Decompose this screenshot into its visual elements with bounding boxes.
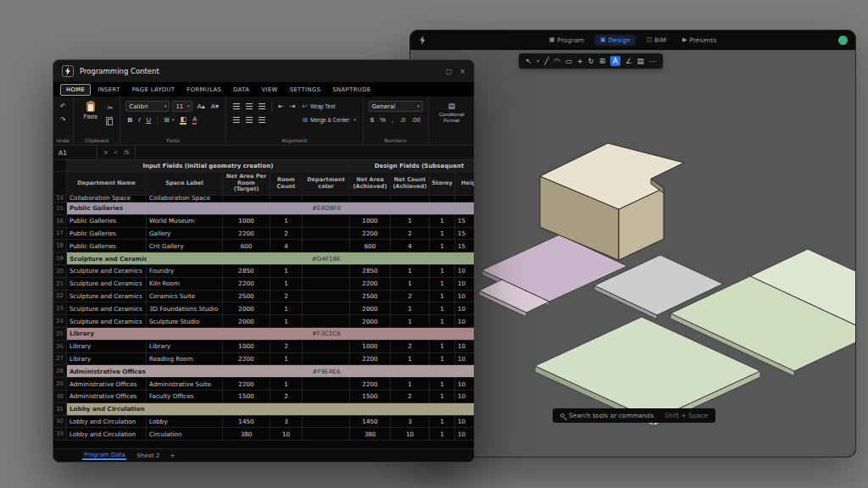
decrease-indent-button[interactable]: ⇤ bbox=[276, 101, 286, 112]
cell-net-area-achieved-16[interactable]: 1000 bbox=[350, 215, 391, 228]
cell-department-name-33[interactable]: Lobby and Circulation bbox=[67, 428, 147, 441]
formula-input[interactable] bbox=[136, 146, 474, 159]
cell-net-area-achieved-23[interactable]: 2000 bbox=[350, 302, 391, 315]
row-number[interactable]: 14 bbox=[53, 196, 67, 202]
cell-space-label-22[interactable]: Ceramics Suite bbox=[147, 291, 223, 303]
row-number[interactable]: 28 bbox=[53, 365, 67, 378]
align-center-button[interactable] bbox=[244, 101, 254, 112]
cell-height-26[interactable]: 10 bbox=[455, 341, 474, 353]
cell-net-count-achieved-29[interactable]: 1 bbox=[391, 378, 430, 391]
cell-net-area-per-room-target-21[interactable]: 2200 bbox=[223, 278, 270, 291]
cell-room-count-22[interactable]: 2 bbox=[270, 291, 303, 303]
cell-net-area-achieved-32[interactable]: 1450 bbox=[350, 416, 391, 429]
design-canvas[interactable]: ↖▾╱◠▭+↻⊞A∠▤⋯ Search tools or commands Sh… bbox=[410, 50, 855, 457]
column-header-space-label[interactable]: Space Label bbox=[147, 172, 223, 196]
cell-department-name-29[interactable]: Administrative Offices bbox=[67, 378, 147, 391]
cell-department-color-27[interactable] bbox=[303, 353, 350, 366]
underline-button[interactable]: U bbox=[144, 114, 153, 125]
cell-net-count-achieved-20[interactable]: 1 bbox=[391, 265, 430, 278]
align-right-button[interactable] bbox=[257, 101, 267, 112]
cell-room-count-21[interactable]: 1 bbox=[270, 278, 303, 291]
cell-department-name-27[interactable]: Library bbox=[67, 353, 147, 366]
cell-storey-26[interactable]: 1 bbox=[430, 341, 455, 353]
cell-department-color-14[interactable] bbox=[303, 196, 350, 202]
more-tools-icon[interactable]: ⋯ bbox=[649, 58, 657, 65]
cell-department-name-26[interactable]: Library bbox=[67, 341, 147, 353]
cell-storey-27[interactable]: 1 bbox=[430, 353, 455, 366]
conditional-format-button[interactable]: ▤Conditional Format bbox=[434, 101, 470, 124]
cell-department-name-17[interactable]: Public Galleries bbox=[67, 228, 147, 241]
cell-space-label-20[interactable]: Foundry bbox=[147, 265, 223, 278]
cut-button[interactable]: ✂ bbox=[106, 103, 115, 114]
merge-center-button[interactable]: ⊞ Merge & Center ▾ bbox=[301, 114, 358, 125]
cell-space-label-14[interactable]: Collaboration Space bbox=[147, 196, 223, 202]
cell-height-20[interactable]: 10 bbox=[455, 265, 474, 278]
cell-space-label-21[interactable]: Kiln Room bbox=[147, 278, 223, 291]
cell-space-label-18[interactable]: Crit Gallery bbox=[147, 240, 223, 252]
column-header-height[interactable]: Height bbox=[455, 172, 474, 196]
copy-button[interactable] bbox=[106, 116, 115, 127]
align-middle-button[interactable] bbox=[244, 114, 254, 125]
cell-height-24[interactable]: 10 bbox=[455, 315, 474, 328]
row-number[interactable]: 30 bbox=[53, 391, 67, 403]
row-number[interactable]: 27 bbox=[53, 353, 67, 366]
cell-space-label-32[interactable]: Lobby bbox=[147, 416, 223, 429]
row-number[interactable]: 31 bbox=[53, 403, 67, 416]
cell-department-color-18[interactable] bbox=[303, 240, 350, 252]
percent-format-button[interactable]: % bbox=[378, 114, 387, 125]
cell-department-name-22[interactable]: Sculpture and Ceramics bbox=[67, 291, 147, 303]
ribbon-tab-view[interactable]: VIEW bbox=[256, 85, 282, 95]
cell-net-count-achieved-33[interactable]: 10 bbox=[391, 428, 430, 441]
cell-net-area-achieved-14[interactable] bbox=[350, 196, 391, 202]
cell-height-29[interactable]: 10 bbox=[455, 378, 474, 391]
select-tool-icon[interactable]: ↖ bbox=[526, 58, 531, 65]
search-bar[interactable]: Search tools or commands Shift + Space bbox=[553, 408, 715, 423]
cell-space-label-27[interactable]: Reading Room bbox=[147, 353, 223, 366]
user-avatar[interactable] bbox=[838, 36, 848, 45]
cell-storey-20[interactable]: 1 bbox=[430, 265, 455, 278]
cell-department-color-24[interactable] bbox=[303, 315, 350, 328]
sheet-tab-program-data[interactable]: Program Data bbox=[82, 451, 126, 460]
cell-height-14[interactable] bbox=[455, 196, 474, 202]
row-number[interactable]: 20 bbox=[53, 265, 67, 278]
increase-font-button[interactable]: A▴ bbox=[195, 101, 206, 112]
cell-net-area-achieved-17[interactable]: 2200 bbox=[350, 228, 391, 241]
cell-net-area-achieved-18[interactable]: 600 bbox=[350, 240, 391, 252]
cell-department-color-30[interactable] bbox=[303, 391, 350, 403]
cell-department-color-26[interactable] bbox=[303, 341, 350, 353]
cell-height-18[interactable]: 15 bbox=[455, 240, 474, 252]
offset-tool-icon[interactable]: ⊞ bbox=[599, 58, 605, 65]
column-header-storey[interactable]: Storey bbox=[430, 172, 455, 196]
align-left-button[interactable] bbox=[231, 101, 242, 112]
cell-height-17[interactable]: 15 bbox=[455, 228, 474, 241]
row-number[interactable]: 22 bbox=[53, 291, 67, 303]
align-bottom-button[interactable] bbox=[257, 114, 267, 125]
cell-storey-17[interactable]: 1 bbox=[430, 228, 455, 241]
draw-line-tool-icon[interactable]: ╱ bbox=[544, 58, 548, 65]
cell-height-33[interactable]: 10 bbox=[455, 428, 474, 441]
cell-storey-16[interactable]: 1 bbox=[430, 215, 455, 228]
cell-space-label-30[interactable]: Faculty Offices bbox=[147, 391, 223, 403]
cell-storey-24[interactable]: 1 bbox=[430, 315, 455, 328]
cell-department-name-30[interactable]: Administrative Offices bbox=[67, 391, 147, 403]
row-number[interactable]: 25 bbox=[53, 328, 67, 341]
cell-space-label-33[interactable]: Circulation bbox=[147, 428, 223, 441]
font-color-button[interactable]: A bbox=[191, 114, 198, 125]
cell-net-area-per-room-target-27[interactable]: 2200 bbox=[223, 353, 270, 366]
close-icon[interactable]: × bbox=[459, 68, 465, 75]
ribbon-tab-data[interactable]: DATA bbox=[228, 85, 254, 95]
cell-department-color-33[interactable] bbox=[303, 428, 350, 441]
cell-space-label-29[interactable]: Administrative Suite bbox=[147, 378, 223, 391]
cell-room-count-33[interactable]: 10 bbox=[270, 428, 303, 441]
sheet-tab-sheet-2[interactable]: Sheet 2 bbox=[136, 452, 159, 459]
cell-space-label-24[interactable]: Sculpture Studio bbox=[147, 315, 223, 328]
cell-room-count-20[interactable]: 1 bbox=[270, 265, 303, 278]
cell-storey-18[interactable]: 1 bbox=[430, 240, 455, 252]
cell-room-count-29[interactable]: 1 bbox=[270, 378, 303, 391]
cell-net-count-achieved-27[interactable]: 1 bbox=[391, 353, 430, 366]
row-number[interactable]: 19 bbox=[53, 252, 67, 265]
cell-height-16[interactable]: 15 bbox=[455, 215, 474, 228]
cell-space-label-26[interactable]: Library bbox=[147, 341, 223, 353]
cell-department-color-22[interactable] bbox=[303, 291, 350, 303]
cell-department-color-17[interactable] bbox=[303, 228, 350, 241]
